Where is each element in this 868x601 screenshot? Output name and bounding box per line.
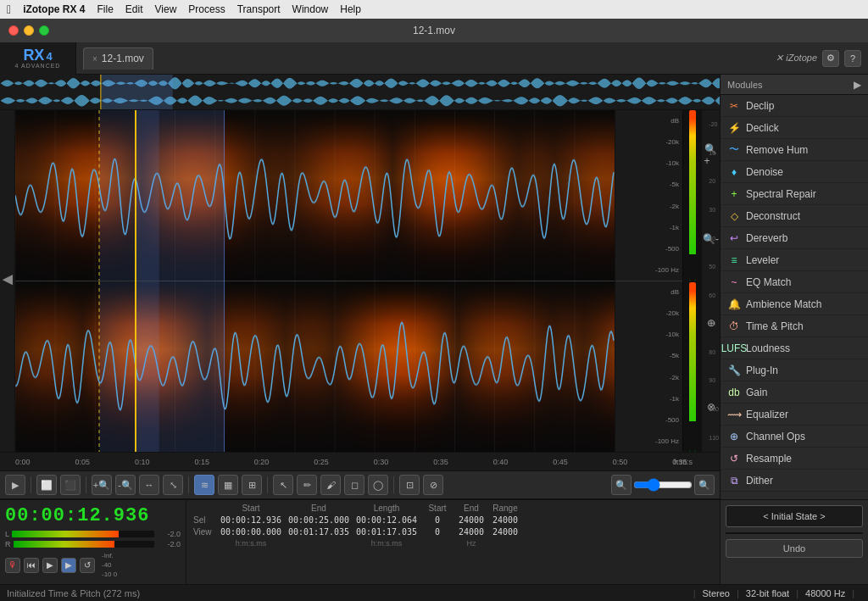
module-item-denoise[interactable]: ♦Denoise bbox=[721, 161, 868, 183]
time-label-2: 0:10 bbox=[135, 458, 150, 466]
module-item-loudness[interactable]: LUFSLoudness bbox=[721, 337, 868, 359]
left-nav-arrow[interactable]: ▶ bbox=[3, 273, 13, 289]
multi-view-btn[interactable]: ⊞ bbox=[242, 475, 262, 495]
maximize-button[interactable] bbox=[39, 25, 49, 36]
selection-info: Start End Length Start End Range Sel 00:… bbox=[186, 500, 720, 584]
modules-expand-icon[interactable]: ▶ bbox=[854, 79, 861, 91]
play-btn[interactable]: ▶ bbox=[42, 558, 58, 573]
menu-help[interactable]: Help bbox=[340, 3, 361, 15]
module-item-dereverb[interactable]: ↩Dereverb bbox=[721, 227, 868, 249]
top-bar: RX 4 4 ADVANCED × 12-1.mov ✕ iZotope ⚙ ? bbox=[0, 42, 868, 75]
overview-waveform[interactable] bbox=[0, 75, 720, 109]
waveform-view-btn[interactable]: ≋ bbox=[194, 475, 214, 495]
module-item-deconstruct[interactable]: ◇Deconstruct bbox=[721, 205, 868, 227]
module-icon-loudness: LUFS bbox=[727, 342, 741, 355]
main-spectrogram[interactable] bbox=[15, 110, 615, 452]
time-label-6: 0:30 bbox=[374, 458, 389, 466]
toolbar-div-5 bbox=[393, 476, 394, 493]
traffic-lights bbox=[8, 25, 49, 36]
menu-transport[interactable]: Transport bbox=[237, 3, 281, 15]
initial-state-button[interactable]: < Initial State > bbox=[726, 505, 863, 527]
overview-bar[interactable] bbox=[0, 75, 720, 110]
view-range-val: 24000 bbox=[488, 527, 522, 537]
module-item-remove-hum[interactable]: 〜Remove Hum bbox=[721, 139, 868, 161]
level-value-r: -2.0 bbox=[157, 540, 181, 548]
sel-headers: Start End Length Start End Range bbox=[193, 504, 713, 513]
toolbar-div-2 bbox=[86, 476, 86, 493]
module-item-equalizer[interactable]: ⟿Equalizer bbox=[721, 403, 868, 426]
view-starthz-val: 0 bbox=[420, 527, 454, 537]
module-item-declick[interactable]: ⚡Declick bbox=[721, 117, 868, 139]
menu-process[interactable]: Process bbox=[188, 3, 225, 15]
module-icon-gain: db bbox=[727, 386, 741, 399]
time-unit-label: h:m:s bbox=[674, 458, 693, 466]
level-meters: L -2.0 R -2.0 bbox=[5, 530, 181, 548]
db-scale-bottom: dB -20k -10k -5k -2k -1k -500 -100 Hz bbox=[615, 281, 682, 452]
zoom-full-tool[interactable]: ↔ bbox=[139, 475, 159, 495]
logo-area: RX 4 4 ADVANCED bbox=[0, 42, 76, 75]
zoom-out-tool[interactable]: -🔍 bbox=[115, 475, 136, 495]
go-start-btn[interactable]: ⏮ bbox=[24, 558, 39, 573]
title-bar: 12-1.mov bbox=[0, 19, 868, 42]
select-tool-btn[interactable]: ↖ bbox=[273, 475, 293, 495]
tab-close-icon[interactable]: × bbox=[92, 54, 97, 64]
izotope-brand: ✕ iZotope bbox=[776, 53, 817, 64]
module-item-spectral-repair[interactable]: +Spectral Repair bbox=[721, 183, 868, 205]
record-btn[interactable]: 🎙 bbox=[5, 558, 20, 573]
view-end-val: 00:01:17.035 bbox=[285, 527, 353, 537]
playback-tool-btn[interactable]: ▶ bbox=[5, 475, 25, 495]
eraser-tool-btn[interactable]: ◻ bbox=[344, 475, 364, 495]
apple-menu[interactable]:  bbox=[7, 3, 11, 16]
module-item-channel-ops[interactable]: ⊕Channel Ops bbox=[721, 426, 868, 448]
snap-btn[interactable]: ⊡ bbox=[399, 475, 420, 495]
module-item-gain[interactable]: dbGain bbox=[721, 381, 868, 403]
loop-btn[interactable]: ↺ bbox=[80, 558, 95, 573]
search-zoom-btn[interactable]: 🔍 bbox=[611, 475, 632, 495]
module-item-dither[interactable]: ⧉Dither bbox=[721, 470, 868, 492]
menu-window[interactable]: Window bbox=[292, 3, 329, 15]
module-item-ambience-match[interactable]: 🔔Ambience Match bbox=[721, 293, 868, 315]
zoom-slider[interactable] bbox=[633, 481, 693, 488]
zoom-sel-tool[interactable]: ⤡ bbox=[163, 475, 183, 495]
freq-selection-btn[interactable]: ⬛ bbox=[60, 475, 81, 495]
tab-bar: × 12-1.mov bbox=[76, 42, 776, 75]
module-item-plug-in[interactable]: 🔧Plug-In bbox=[721, 359, 868, 381]
lasso-tool-btn[interactable]: ◯ bbox=[368, 475, 388, 495]
pencil-tool-btn[interactable]: ✏ bbox=[297, 475, 317, 495]
app-name: iZotope RX 4 bbox=[23, 3, 85, 15]
sel-length-val: 00:00:12.064 bbox=[353, 515, 420, 525]
vu-meter-area: -20 10 20 30 40 50 60 70 80 90 100 110 bbox=[682, 110, 701, 452]
module-item-resample[interactable]: ↺Resample bbox=[721, 448, 868, 470]
menu-view[interactable]: View bbox=[155, 3, 177, 15]
help-icon[interactable]: ? bbox=[844, 50, 861, 67]
minimize-button[interactable] bbox=[24, 25, 34, 36]
time-selection-btn[interactable]: ⬜ bbox=[36, 475, 57, 495]
toolbar-div-3 bbox=[188, 476, 189, 493]
view-length-val: 00:01:17.035 bbox=[353, 527, 420, 537]
file-tab[interactable]: × 12-1.mov bbox=[83, 47, 153, 70]
module-item-eq-match[interactable]: ~EQ Match bbox=[721, 271, 868, 293]
toolbar-search: 🔍 🔍 bbox=[611, 475, 715, 495]
module-item-declip[interactable]: ✂Declip bbox=[721, 95, 868, 117]
menu-file[interactable]: File bbox=[97, 3, 113, 15]
brush-tool-btn[interactable]: 🖌 bbox=[320, 475, 341, 495]
sel-starthz-header: Start bbox=[420, 504, 454, 513]
channel-1 bbox=[15, 110, 615, 281]
logo-rx: RX bbox=[23, 47, 44, 63]
undo-button[interactable]: Undo bbox=[726, 539, 863, 558]
module-label-plug-in: Plug-In bbox=[746, 364, 778, 376]
infinity-controls: -Inf. -40 -10 0 bbox=[102, 552, 117, 578]
settings-icon[interactable]: ⚙ bbox=[822, 50, 839, 67]
module-item-leveler[interactable]: ≡Leveler bbox=[721, 249, 868, 271]
zoom-in-tool[interactable]: +🔍 bbox=[92, 475, 112, 495]
search-btn[interactable]: 🔍 bbox=[694, 475, 715, 495]
module-item-time-pitch[interactable]: ⏱Time & Pitch bbox=[721, 315, 868, 337]
module-label-channel-ops: Channel Ops bbox=[746, 431, 805, 442]
time-label-10: 0:50 bbox=[613, 458, 628, 466]
play-sel-btn[interactable]: ▶ bbox=[61, 558, 76, 573]
spectrogram-view-btn[interactable]: ▦ bbox=[218, 475, 238, 495]
close-button[interactable] bbox=[8, 25, 19, 36]
spectrogram-area[interactable]: ▶ bbox=[0, 110, 720, 452]
markers-btn[interactable]: ⊘ bbox=[423, 475, 443, 495]
menu-edit[interactable]: Edit bbox=[125, 3, 143, 15]
